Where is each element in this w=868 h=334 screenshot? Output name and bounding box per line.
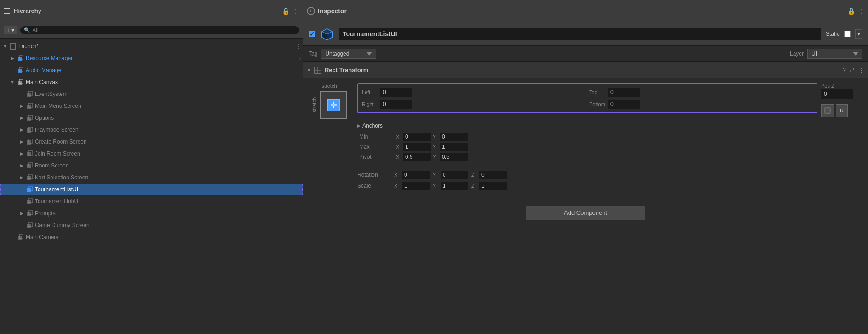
left-field-group: Left — [362, 88, 586, 97]
cube-icon-ps — [26, 126, 33, 134]
right-input[interactable] — [380, 100, 412, 109]
hierarchy-item-game-dummy[interactable]: Game Dummy Screen — [0, 219, 303, 231]
item-label-prompts: Prompts — [35, 210, 301, 217]
more-options-icon[interactable]: ⋮ — [293, 7, 299, 15]
scale-y[interactable] — [441, 182, 468, 190]
expand-arrow-mc[interactable] — [9, 79, 16, 85]
search-input[interactable] — [32, 27, 295, 33]
static-dropdown[interactable]: ▾ — [855, 29, 862, 39]
tag-layer-row: Tag Untagged Layer UI — [303, 46, 868, 62]
expand-arrow-jrs[interactable] — [18, 150, 25, 157]
expand-arrow-rs[interactable] — [18, 162, 25, 169]
rotation-y[interactable] — [441, 171, 468, 179]
hierarchy-header: Hierarchy 🔒 ⋮ — [0, 0, 303, 22]
rt-expand-arrow[interactable] — [307, 68, 311, 72]
item-label-join-room: Join Room Screen — [35, 150, 301, 157]
inspector-title-area: i Inspector — [307, 7, 844, 15]
rt-settings-icon[interactable]: ⇄ — [850, 67, 855, 73]
item-label-maincam: Main Camera — [26, 234, 301, 240]
expand-arrow-launch[interactable] — [2, 43, 8, 50]
rt-question-icon[interactable]: ? — [843, 67, 846, 73]
posz-r-area: Pos Z — [821, 83, 862, 117]
hierarchy-item-tournament-hub-ui[interactable]: TournamentHubUI — [0, 195, 303, 207]
tag-label: Tag — [309, 50, 317, 57]
svg-rect-17 — [27, 152, 31, 156]
cube-icon-prompts — [26, 210, 33, 217]
anchors-max-coords: X Y — [396, 143, 862, 151]
pivot-row: Pivot X Y — [357, 152, 862, 162]
add-component-button[interactable]: Add Component — [526, 206, 645, 220]
anchors-title: Anchors — [362, 122, 383, 129]
right-field-group: Right — [362, 100, 586, 109]
anchors-max-y[interactable] — [440, 143, 468, 151]
layer-dropdown[interactable]: UI — [807, 49, 862, 59]
rt-more-icon[interactable]: ⋮ — [858, 67, 864, 73]
svg-rect-25 — [27, 200, 31, 204]
inspector-title: Inspector — [318, 7, 347, 15]
expand-arrow-ps[interactable] — [18, 127, 25, 133]
add-button[interactable]: + ▾ — [4, 26, 17, 34]
lock-icon[interactable]: 🔒 — [282, 7, 290, 15]
rot-y-axis: Y — [433, 172, 438, 178]
object-enabled-checkbox[interactable] — [309, 31, 315, 37]
left-input[interactable] — [380, 88, 412, 97]
expand-arrow-opt[interactable] — [18, 115, 25, 121]
cube-icon-gds — [26, 222, 33, 229]
scene-icon — [9, 43, 17, 50]
rotation-x[interactable] — [402, 171, 430, 179]
hierarchy-item-main-camera[interactable]: Main Camera — [0, 231, 303, 243]
bottom-input[interactable] — [608, 100, 640, 109]
anchors-min-x[interactable] — [403, 133, 431, 141]
rect-transform-section: Rect Transform ? ⇄ ⋮ stretch stretch ✛ — [303, 62, 868, 198]
scale-x[interactable] — [402, 182, 430, 190]
hierarchy-item-create-room[interactable]: Create Room Screen — [0, 136, 303, 148]
posz-input[interactable] — [821, 89, 853, 99]
hierarchy-item-options[interactable]: Options — [0, 112, 303, 124]
hierarchy-item-tournament-list-ui[interactable]: TournamentListUI — [0, 184, 303, 195]
hierarchy-item-playmode[interactable]: Playmode Screen — [0, 124, 303, 136]
expand-arrow-mms[interactable] — [18, 103, 25, 109]
hierarchy-item-audio-manager[interactable]: Audio Manager — [0, 64, 303, 76]
anchors-header[interactable]: Anchors — [357, 122, 862, 129]
blueprint-button[interactable] — [821, 104, 834, 117]
hierarchy-header-right: 🔒 ⋮ — [282, 7, 299, 15]
hierarchy-item-main-menu[interactable]: Main Menu Screen — [0, 100, 303, 112]
anchors-expand-arrow[interactable] — [357, 123, 361, 128]
rotation-z[interactable] — [479, 171, 507, 179]
layer-dropdown-arrow — [853, 52, 858, 56]
inspector-lock-icon[interactable]: 🔒 — [847, 7, 855, 15]
hierarchy-item-kart-selection[interactable]: Kart Selection Screen — [0, 172, 303, 184]
hamburger-icon[interactable] — [4, 8, 10, 14]
hierarchy-item-room-screen[interactable]: Room Screen — [0, 160, 303, 172]
pivot-coords: X Y — [396, 153, 862, 161]
anchors-max-row: Max X Y — [357, 142, 862, 152]
object-name-input[interactable] — [339, 28, 821, 40]
hierarchy-item-main-canvas[interactable]: Main Canvas — [0, 76, 303, 88]
expand-arrow-ks[interactable] — [18, 174, 25, 181]
static-label: Static — [826, 31, 840, 37]
launch-more[interactable]: ⋮ — [295, 43, 301, 50]
anchor-inner: ✛ — [327, 99, 340, 111]
scale-z[interactable] — [479, 182, 507, 190]
expand-arrow-crs[interactable] — [18, 139, 25, 145]
hierarchy-item-eventsystem[interactable]: EventSystem — [0, 88, 303, 100]
expand-arrow-rm[interactable] — [9, 55, 16, 61]
static-checkbox[interactable] — [844, 31, 851, 37]
inspector-more-icon[interactable]: ⋮ — [858, 7, 864, 15]
hierarchy-item-launch[interactable]: Launch* ⋮ — [0, 40, 303, 52]
pivot-y[interactable] — [440, 153, 468, 161]
top-input[interactable] — [608, 88, 640, 97]
r-button[interactable]: R — [836, 104, 848, 117]
hierarchy-item-join-room[interactable]: Join Room Screen — [0, 148, 303, 160]
anchor-box[interactable]: ✛ — [320, 91, 347, 119]
rect-transform-name: Rect Transform — [325, 67, 840, 73]
tag-dropdown[interactable]: Untagged — [321, 49, 376, 59]
expand-arrow-prompts[interactable] — [18, 210, 25, 217]
anchors-max-x[interactable] — [403, 143, 431, 151]
hierarchy-item-resource-manager[interactable]: Resource Manager › — [0, 52, 303, 64]
inspector-header-right: 🔒 ⋮ — [847, 7, 864, 15]
hierarchy-item-prompts[interactable]: Prompts — [0, 207, 303, 219]
anchors-min-label: Min — [357, 134, 394, 140]
pivot-x[interactable] — [403, 153, 431, 161]
anchors-min-y[interactable] — [440, 133, 468, 141]
